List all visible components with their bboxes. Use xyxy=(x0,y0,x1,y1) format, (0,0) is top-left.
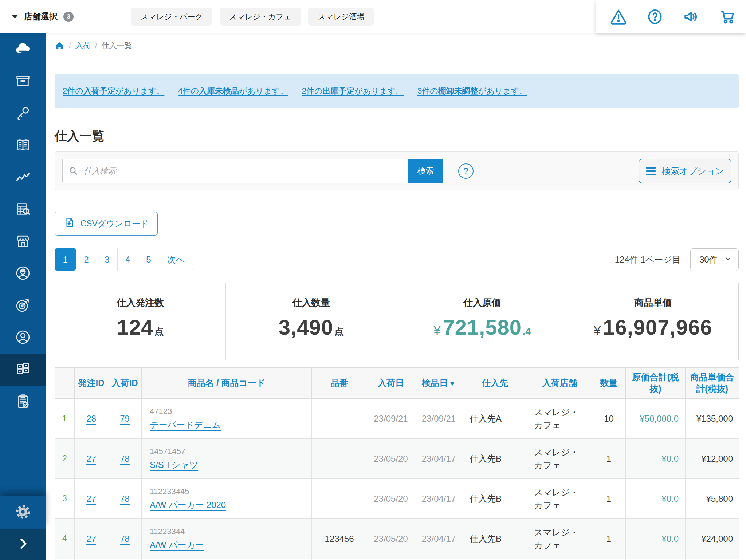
table-header-row: 発注ID入荷ID商品名 / 商品コード品番入荷日検品日▼仕入先入荷店舗数量原価合… xyxy=(55,368,739,399)
search-panel: 検索 ? 検索オプション xyxy=(55,151,739,190)
sidebar-item-permissions[interactable] xyxy=(0,98,46,130)
store-chip[interactable]: スマレジ酒場 xyxy=(308,8,374,26)
store-selector[interactable]: 店舗選択 3 xyxy=(0,0,117,33)
order-id-link[interactable]: 27 xyxy=(86,494,96,504)
order-id-link[interactable]: 27 xyxy=(86,454,96,464)
sidebar xyxy=(0,33,46,560)
sidebar-item-analytics[interactable] xyxy=(0,162,46,194)
book-icon xyxy=(15,137,31,155)
column-header[interactable]: 発注ID xyxy=(75,368,108,399)
sidebar-expand-button[interactable] xyxy=(0,529,46,560)
sidebar-item-targets[interactable] xyxy=(0,290,46,322)
notification-link[interactable]: 2件の出庫予定があります。 xyxy=(302,86,404,96)
breadcrumb-current: 仕入一覧 xyxy=(102,40,132,51)
search-input[interactable] xyxy=(62,159,408,183)
alert-icon[interactable] xyxy=(610,8,627,25)
help-icon[interactable] xyxy=(646,8,664,25)
cell-qty xyxy=(592,559,626,560)
topbar-actions xyxy=(596,0,746,33)
csv-download-button[interactable]: CSVダウンロード xyxy=(55,212,158,236)
cell-part_no xyxy=(312,479,367,519)
cell-num xyxy=(55,559,75,560)
cell-cost_total: ¥0.0 xyxy=(626,479,686,519)
column-header[interactable]: 入荷ID xyxy=(108,368,142,399)
cell-inspection_date: 23/09/21 xyxy=(415,399,463,439)
cell-order_id: 27 xyxy=(75,519,108,559)
page-button-2[interactable]: 2 xyxy=(76,248,97,271)
page-button-3[interactable]: 3 xyxy=(97,248,117,271)
stat-value: ¥16,907,966 xyxy=(594,315,712,339)
cell-unit_total xyxy=(686,559,739,560)
cell-unit_total: ¥12,000 xyxy=(686,439,739,479)
sidebar-item-stores[interactable] xyxy=(0,226,46,258)
search-options-button[interactable]: 検索オプション xyxy=(639,159,731,183)
store-count-badge: 3 xyxy=(63,12,74,22)
cell-inspection_date xyxy=(415,559,463,560)
sidebar-item-reports[interactable] xyxy=(0,194,46,226)
product-link[interactable]: A/W パーカー 2020 xyxy=(150,500,226,510)
page-button-5[interactable]: 5 xyxy=(138,248,159,271)
line-chart-icon xyxy=(15,169,31,187)
product-link[interactable]: A/W パーカー xyxy=(150,540,204,550)
sort-desc-icon: ▼ xyxy=(449,380,456,387)
stats-panel: 仕入発注数124点仕入数量3,490点仕入原価¥721,580.4商品単価¥16… xyxy=(55,283,739,360)
stat-label: 仕入発注数 xyxy=(117,296,164,309)
column-header[interactable]: 原価合計(税抜) xyxy=(626,368,686,399)
notification-link[interactable]: 4件の入庫未検品があります。 xyxy=(178,86,288,96)
cell-supplier: 仕入先B xyxy=(463,519,527,559)
arrival-id-link[interactable]: 78 xyxy=(120,454,130,464)
cell-unit_total: ¥5,800 xyxy=(686,479,739,519)
sidebar-item-customers[interactable] xyxy=(0,322,46,354)
search-help-icon[interactable]: ? xyxy=(458,163,474,179)
arrival-id-link[interactable]: 78 xyxy=(120,534,130,544)
arrival-id-link[interactable]: 79 xyxy=(120,414,130,423)
settings-button[interactable] xyxy=(0,496,46,529)
cart-icon[interactable] xyxy=(719,8,737,25)
purchase-table: 発注ID入荷ID商品名 / 商品コード品番入荷日検品日▼仕入先入荷店舗数量原価合… xyxy=(55,367,739,560)
column-header[interactable]: 品番 xyxy=(312,368,367,399)
column-header[interactable]: 数量 xyxy=(592,368,626,399)
cell-qty: 10 xyxy=(592,399,626,439)
sidebar-item-home[interactable] xyxy=(0,33,46,66)
arrival-id-link[interactable]: 78 xyxy=(120,494,130,504)
column-header[interactable] xyxy=(55,368,75,399)
caret-down-icon xyxy=(12,15,18,19)
stat-label: 仕入原価 xyxy=(463,296,501,309)
notification-link[interactable]: 2件の入荷予定があります。 xyxy=(63,86,164,96)
store-chip[interactable]: スマレジ・カフェ xyxy=(220,8,301,26)
cell-arrival_date: 23/09/21 xyxy=(367,399,415,439)
page-button-4[interactable]: 4 xyxy=(117,248,138,271)
breadcrumb-home-link[interactable] xyxy=(55,41,64,51)
table-row: 2277814571457S/S Tシャツ23/05/2023/04/17仕入先… xyxy=(55,439,739,479)
page-button-1[interactable]: 1 xyxy=(55,248,76,271)
order-id-link[interactable]: 27 xyxy=(86,534,96,544)
store-chip[interactable]: スマレジ・パーク xyxy=(131,8,212,26)
sidebar-item-stocktake[interactable] xyxy=(0,386,46,418)
order-id-link[interactable]: 28 xyxy=(86,414,96,423)
cell-inspection_date: 23/04/17 xyxy=(415,519,463,559)
column-header[interactable]: 入荷日 xyxy=(367,368,415,399)
column-header[interactable]: 商品単価合計(税抜) xyxy=(686,368,739,399)
notification-link[interactable]: 3件の棚卸未調整があります。 xyxy=(417,86,527,96)
per-page-select[interactable]: 30件 xyxy=(690,248,739,271)
sidebar-item-inventory[interactable] xyxy=(0,354,46,386)
sidebar-item-staff[interactable] xyxy=(0,258,46,290)
column-header[interactable]: 商品名 / 商品コード xyxy=(142,368,312,399)
announcement-icon[interactable] xyxy=(683,8,700,25)
breadcrumb-section-link[interactable]: 入荷 xyxy=(75,40,91,51)
column-header[interactable]: 検品日▼ xyxy=(415,368,463,399)
sidebar-item-products[interactable] xyxy=(0,66,46,98)
product-link[interactable]: テーパードデニム xyxy=(150,420,221,430)
chevron-down-icon xyxy=(725,255,732,265)
product-code: 112233445 xyxy=(150,487,309,496)
storefront-icon xyxy=(15,233,31,251)
stat-card: 仕入発注数124点 xyxy=(55,283,226,360)
next-page-button[interactable]: 次へ xyxy=(159,248,193,271)
column-header[interactable]: 仕入先 xyxy=(463,368,527,399)
column-header[interactable]: 入荷店舗 xyxy=(527,368,592,399)
key-icon xyxy=(15,104,31,123)
sidebar-item-ledger[interactable] xyxy=(0,130,46,162)
product-link[interactable]: S/S Tシャツ xyxy=(150,460,198,470)
cell-part_no xyxy=(312,399,367,439)
search-button[interactable]: 検索 xyxy=(408,159,443,183)
